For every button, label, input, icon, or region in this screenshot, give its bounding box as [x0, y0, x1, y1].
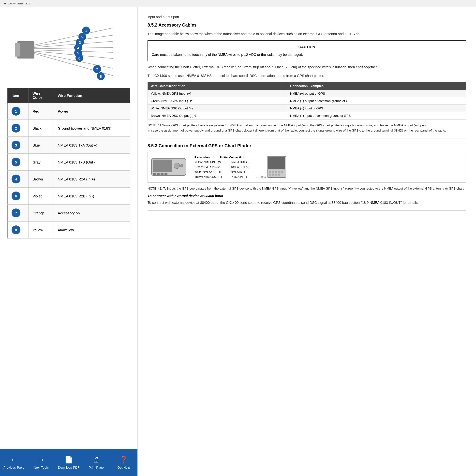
download-pdf-button[interactable]: 📄 Download PDF [56, 456, 81, 469]
svg-text:3: 3 [79, 40, 81, 45]
svg-rect-39 [278, 171, 280, 173]
cell-color: Violet [29, 187, 54, 204]
svg-rect-44 [278, 174, 280, 176]
nmea-table-row: Brown: NMEA DSC Output (–)*1 NMEA (–) in… [148, 112, 466, 119]
svg-text:8: 8 [100, 74, 102, 78]
gps-table-header: Radio Wires Plotter Connection [194, 155, 250, 160]
cell-color: Blue [29, 137, 54, 154]
wire-diagram: 1 2 3 4 5 [10, 14, 128, 83]
intro-text: input and output port. [148, 14, 466, 20]
divider-1 [148, 138, 466, 138]
svg-text:2: 2 [81, 35, 83, 39]
cell-function: Power [54, 103, 130, 120]
print-page-icon: 🖨 [93, 456, 100, 464]
cell-function: NMEA 0183 TxA (Out +) [54, 137, 130, 154]
body4-text: To connect with external device at 38400… [148, 200, 466, 205]
svg-rect-30 [153, 173, 156, 175]
caution-title: CAUTION [152, 44, 462, 50]
svg-text:7: 7 [96, 67, 98, 71]
svg-point-28 [174, 163, 180, 169]
cell-function: NMEA 0183 RxA (In +) [54, 171, 130, 187]
divider-2 [148, 210, 466, 211]
item-badge: 3 [12, 141, 20, 150]
gps-device-svg [267, 156, 287, 178]
print-page-button[interactable]: 🖨 Print Page [84, 456, 108, 469]
cell-item: 8 [8, 221, 29, 238]
nmea-cell-2: NMEA (+) output of GPS [287, 90, 466, 97]
nmea-cell-2: NMEA (–) output or common ground of GP [287, 97, 466, 104]
caution-box: CAUTION Care must be taken not to touch … [148, 40, 466, 61]
radio-wires-header: Radio Wires [194, 155, 210, 160]
gps-diagram: Radio Wires Plotter Connection Yellow: N… [148, 152, 466, 183]
gps-right-image: GPS Cha [255, 156, 287, 179]
gps-diagram-left [150, 155, 189, 180]
cell-function: Ground (power and NMEA 0183) [54, 120, 130, 137]
svg-rect-36 [269, 171, 271, 173]
cell-function: NMEA 0183 RxB (In -) [54, 187, 130, 204]
body1-text: The image and table below show the wires… [148, 31, 466, 37]
nmea-cell-1: Brown: NMEA DSC Output (–)*1 [148, 112, 287, 119]
nmea-col-header-2: Connection Examples [287, 82, 466, 90]
table-row: 8 Yellow Alarm low [8, 221, 130, 238]
note1-text: NOTE: *1:Some GPS chart plotters have a … [148, 123, 466, 133]
nmea-table-row: White: NMEA DSC Output (+) NMEA (+) inpu… [148, 104, 466, 112]
body2-text: When connecting the Chart Plotter, Exter… [148, 64, 466, 70]
nmea-cell-1: White: NMEA DSC Output (+) [148, 104, 287, 112]
cell-color: Yellow [29, 221, 54, 238]
svg-rect-33 [165, 173, 168, 175]
cell-function: Accessory on [54, 204, 130, 221]
table-header-row: Item WireColor Wire Function [8, 88, 130, 103]
note2-text: NOTE: *2: To inputs the GPS coordinates … [148, 186, 466, 191]
cell-item: 4 [8, 171, 29, 187]
gps-plotter-wire: NMEA IN (+) [231, 170, 246, 175]
cell-item: 7 [8, 204, 29, 221]
body3-text: The GX1400 series uses NMEA 0183/-HS pro… [148, 73, 466, 78]
gps-radio-wire: Brown: NMEA OUT (–) [194, 175, 222, 179]
col-header-wire-function: Wire Function [54, 88, 130, 103]
main-content: 1 2 3 4 5 [0, 7, 476, 476]
next-topic-icon: → [38, 456, 45, 464]
svg-rect-1 [15, 43, 20, 57]
prev-topic-icon: ← [10, 456, 17, 464]
prev-topic-label: Previous Topic [3, 466, 24, 469]
browser-url: www.garmin.com [8, 1, 32, 5]
plotter-conn-header: Plotter Connection [220, 155, 244, 160]
item-badge: 2 [12, 124, 20, 133]
svg-text:1: 1 [85, 29, 87, 33]
nmea-cell-2: NMEA (–) input or common ground of GPS [287, 112, 466, 119]
nmea-table-row: Yellow: NMEA GPS Input (+) NMEA (+) outp… [148, 90, 466, 97]
table-row: 3 Blue NMEA 0183 TxA (Out +) [8, 137, 130, 154]
radio-svg [150, 155, 189, 179]
get-help-button[interactable]: ❓ Get Help [111, 456, 136, 469]
table-row: 6 Violet NMEA 0183 RxB (In -) [8, 187, 130, 204]
nmea-table-row: Green: NMEA GPS Input (–)*1 NMEA (–) out… [148, 97, 466, 104]
gps-radio-wire: Yellow: NMEA IN (+)*2 [194, 160, 221, 165]
item-badge: 4 [12, 175, 20, 183]
svg-rect-43 [275, 174, 277, 176]
next-topic-label: Next Topic [34, 466, 49, 469]
prev-topic-button[interactable]: ← Previous Topic [1, 456, 26, 469]
gps-wire-row: Green: NMEA IN (–)*2NMEA OUT (–) [194, 165, 250, 170]
item-badge: 1 [12, 107, 20, 116]
svg-rect-32 [161, 173, 164, 175]
col-header-item: Item [8, 88, 29, 103]
gps-radio-wire: Green: NMEA IN (–)*2 [194, 165, 221, 170]
gps-plotter-wire: NMEA IN (–) [232, 175, 247, 179]
left-panel: 1 2 3 4 5 [0, 7, 138, 476]
cell-function: Alarm low [54, 221, 130, 238]
next-topic-button[interactable]: → Next Topic [29, 456, 54, 469]
gps-plotter-wire: NMEA OUT (–) [231, 165, 249, 170]
col-header-wire-color: WireColor [29, 88, 54, 103]
nmea-cell-1: Yellow: NMEA GPS Input (+) [148, 90, 287, 97]
left-scroll: 1 2 3 4 5 [0, 7, 137, 449]
item-badge: 8 [12, 225, 20, 234]
item-badge: 5 [12, 158, 20, 167]
cell-color: Brown [29, 171, 54, 187]
cell-color: Red [29, 103, 54, 120]
cell-item: 5 [8, 154, 29, 171]
browser-favicon: ■ [4, 1, 6, 5]
gps-radio-wire: White: NMEA OUT (+) [194, 170, 221, 175]
nmea-cell-2: NMEA (+) input of GPS [287, 104, 466, 112]
cell-item: 1 [8, 103, 29, 120]
nmea-cell-1: Green: NMEA GPS Input (–)*1 [148, 97, 287, 104]
